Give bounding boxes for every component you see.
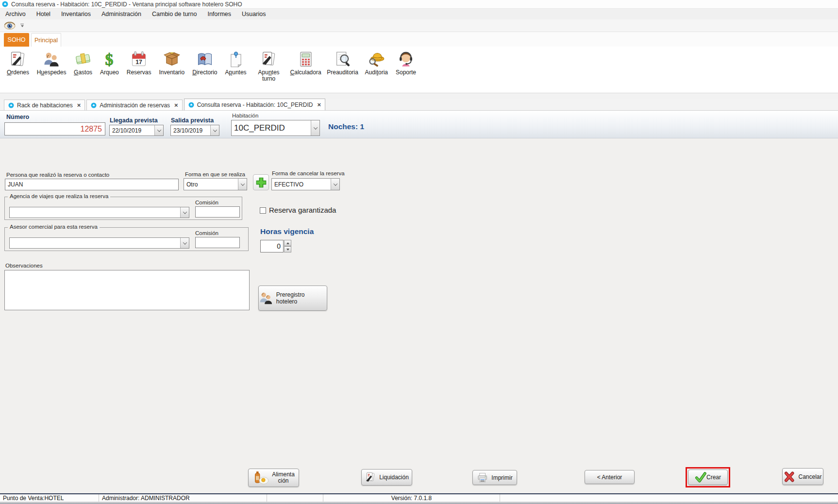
- printer-icon: [477, 472, 488, 483]
- forma-realiza-label: Forma en que se realiza: [185, 171, 245, 177]
- reserva-garantizada-checkbox[interactable]: [260, 207, 266, 214]
- spin-up-icon[interactable]: [284, 240, 291, 246]
- menu-item-informes[interactable]: Informes: [202, 9, 236, 19]
- chevron-down-icon[interactable]: [180, 238, 189, 248]
- app-window: Consulta reserva - Habitación: 10C_PERDI…: [0, 0, 838, 504]
- toolbar-item-reservas[interactable]: 17Reservas: [124, 50, 154, 77]
- chevron-down-icon[interactable]: [331, 179, 339, 190]
- ribbon-gap: [0, 93, 838, 99]
- tab-close-icon[interactable]: ×: [174, 102, 178, 108]
- toolbar-item-label: Ordenes: [7, 69, 29, 76]
- menu-item-cambio-de-turno[interactable]: Cambio de turno: [147, 9, 202, 19]
- ribbon-tab-soho[interactable]: SOHO: [4, 33, 29, 47]
- agencia-comision-input[interactable]: [195, 206, 240, 218]
- anterior-label: < Anterior: [597, 474, 622, 481]
- liquidacion-button[interactable]: Liquidación: [361, 469, 412, 486]
- agencia-value: [10, 207, 180, 218]
- cancelar-button[interactable]: Cancelar: [782, 468, 823, 485]
- observaciones-textarea[interactable]: [4, 270, 250, 310]
- toolbar-item-gastos[interactable]: Gastos: [71, 50, 95, 77]
- tab-close-icon[interactable]: ×: [77, 102, 81, 108]
- calculator-icon: [297, 50, 315, 68]
- toolbar-item-label: Inventario: [159, 69, 184, 76]
- imprimir-button[interactable]: Imprimir: [472, 470, 517, 485]
- numero-input[interactable]: [4, 122, 105, 135]
- anterior-button[interactable]: < Anterior: [585, 470, 635, 484]
- forma-realiza-combo[interactable]: Otro: [184, 178, 247, 190]
- toolbar-item-ordenes[interactable]: Ordenes: [4, 50, 32, 77]
- toolbar-item-label: Calculadora: [290, 69, 321, 76]
- toolbar-item-soporte[interactable]: Soporte: [393, 50, 419, 77]
- toolbar-item-label: Arqueo: [100, 69, 119, 76]
- document-tab-consulta-reserva-habitacion-10c-perdid[interactable]: Consulta reserva - Habitación: 10C_PERDI…: [184, 99, 325, 110]
- customize-toolbar-icon[interactable]: [20, 24, 24, 27]
- forma-cancelar-combo[interactable]: EFECTIVO: [271, 178, 340, 190]
- chevron-down-icon[interactable]: [154, 125, 163, 135]
- preregistro-button[interactable]: Preregistro hotelero: [258, 286, 327, 311]
- toolbar-item-apuntes-turno[interactable]: Apuntes turno: [251, 50, 286, 83]
- crear-button[interactable]: Crear: [688, 470, 728, 485]
- menubar: ArchivoHotelInventariosAdministraciónCam…: [0, 9, 838, 19]
- llegada-label: Llegada prevista: [110, 117, 158, 124]
- llegada-combo[interactable]: 22/10/2019: [109, 125, 164, 136]
- plus-icon: [255, 176, 268, 189]
- toolbar-item-inventario[interactable]: Inventario: [156, 50, 187, 77]
- agencia-group-label: Agencia de viajes que realiza la reserva: [8, 193, 110, 199]
- menu-item-usuarios[interactable]: Usuarios: [236, 9, 271, 19]
- persona-input[interactable]: [5, 179, 179, 190]
- horas-vigencia-value[interactable]: 0: [260, 240, 284, 252]
- tab-badge-icon: [91, 102, 97, 108]
- agencia-comision-label: Comisión: [195, 200, 218, 205]
- forma-cancelar-label: Forma de cancelar la reserva: [272, 170, 345, 176]
- toolbar-item-label: Reservas: [127, 69, 151, 76]
- crear-label: Crear: [706, 474, 721, 481]
- toolbar-item-preauditoria[interactable]: Preauditoria: [325, 50, 360, 77]
- food-icon: [252, 471, 269, 485]
- document-tab-rack-de-habitaciones[interactable]: Rack de habitaciones×: [4, 100, 85, 110]
- expenses-icon: [74, 50, 92, 68]
- tab-badge-icon: [8, 102, 14, 108]
- menu-item-inventarios[interactable]: Inventarios: [56, 9, 96, 19]
- add-button[interactable]: [253, 174, 269, 190]
- toolbar-item-directorio[interactable]: Directorio: [189, 50, 220, 77]
- status-pos: Punto de Venta:HOTEL: [0, 494, 99, 502]
- asesor-combo[interactable]: [9, 237, 189, 249]
- salida-combo[interactable]: 23/10/2019: [170, 125, 219, 136]
- toolbar-item-huespedes[interactable]: Huespedes: [34, 50, 69, 77]
- toolbar-item-arqueo[interactable]: $Arqueo: [97, 50, 122, 77]
- inventory-icon: [163, 50, 181, 68]
- document-tab-administracion-de-reservas[interactable]: Administración de reservas×: [86, 100, 182, 110]
- spin-down-icon[interactable]: [284, 246, 291, 252]
- toolbar-item-auditoria[interactable]: Auditoria: [362, 50, 391, 77]
- shift-notes-icon: [260, 50, 278, 68]
- eye-icon[interactable]: [4, 22, 16, 30]
- check-icon: [695, 472, 706, 483]
- agencia-groupbox: Agencia de viajes que realiza la reserva…: [4, 197, 242, 220]
- habitacion-combo[interactable]: 10C_PERDID: [231, 120, 320, 136]
- document-tab-label: Consulta reserva - Habitación: 10C_PERDI…: [197, 101, 313, 108]
- directory-icon: [196, 50, 214, 68]
- menu-item-archivo[interactable]: Archivo: [0, 9, 31, 19]
- status-admin: Administrador: ADMINISTRADOR: [99, 494, 267, 502]
- reservation-form: Persona que realizó la reserva o contact…: [0, 138, 838, 493]
- toolbar-item-apuntes[interactable]: Apuntes: [222, 50, 250, 77]
- tab-close-icon[interactable]: ×: [317, 102, 321, 108]
- imprimir-label: Imprimir: [491, 474, 512, 481]
- chevron-down-icon[interactable]: [238, 179, 247, 190]
- asesor-comision-input[interactable]: [195, 237, 240, 248]
- reserva-garantizada-label: Reserva garantizada: [269, 206, 336, 214]
- guests-icon: [43, 50, 60, 68]
- alimentacion-button[interactable]: Alimenta ción: [248, 469, 299, 487]
- agencia-combo[interactable]: [9, 207, 189, 218]
- toolbar-item-calculadora[interactable]: Calculadora: [288, 50, 323, 77]
- document-tab-label: Administración de reservas: [100, 102, 170, 109]
- chevron-down-icon[interactable]: [311, 120, 319, 135]
- salida-value: 23/10/2019: [171, 125, 210, 135]
- horas-vigencia-stepper[interactable]: 0: [260, 240, 291, 252]
- menu-item-hotel[interactable]: Hotel: [31, 9, 56, 19]
- ribbon-tab-principal[interactable]: Principal: [31, 33, 61, 47]
- chevron-down-icon[interactable]: [180, 207, 189, 218]
- menu-item-administracion[interactable]: Administración: [96, 9, 147, 19]
- chevron-down-icon[interactable]: [210, 125, 219, 135]
- preaudit-icon: [334, 50, 352, 68]
